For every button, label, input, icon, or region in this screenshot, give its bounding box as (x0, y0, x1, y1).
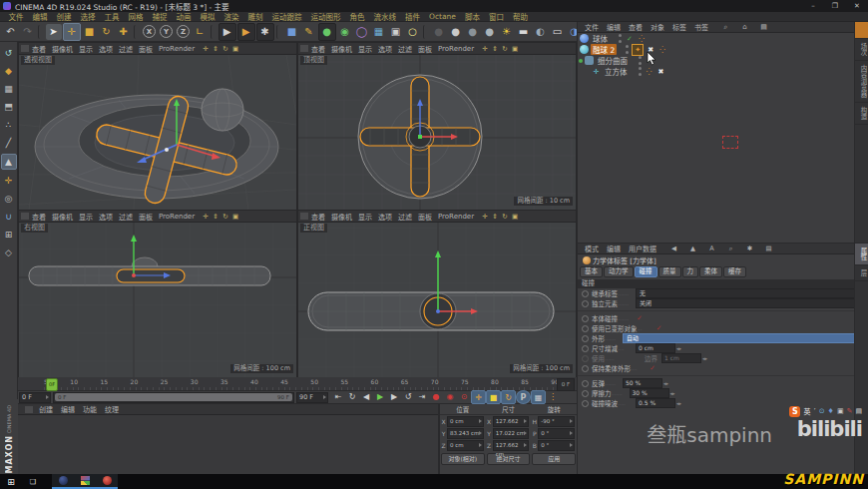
use-deformed-checkbox[interactable]: ✓ (656, 324, 662, 332)
viewport-grip[interactable] (300, 45, 308, 52)
menu-item[interactable]: 运动图形 (311, 11, 341, 22)
dynamics-body-tag-icon[interactable]: ✦ (632, 44, 644, 56)
close-button[interactable]: ✕ (846, 2, 868, 10)
menu-item[interactable]: 动画 (177, 11, 192, 22)
rotation-b-field[interactable]: 0 ° (538, 440, 575, 451)
zoom-icon[interactable]: ⇕ (490, 44, 500, 53)
viewport-menu-item[interactable]: ProRender (159, 213, 195, 221)
polygons-mode-icon[interactable]: ▲ (1, 154, 17, 170)
viewport-menu-item[interactable]: 查看 (32, 212, 46, 222)
font-icon[interactable]: A (706, 244, 717, 253)
viewport-canvas-front[interactable] (298, 223, 576, 377)
rotate-tool-icon[interactable]: ↻ (99, 24, 115, 40)
tab-mass[interactable]: 质量 (658, 266, 681, 277)
viewport-menu-item[interactable]: 摄像机 (52, 212, 73, 222)
viewport-menu-item[interactable]: 摄像机 (331, 44, 352, 54)
rotate-view-icon[interactable]: ↻ (500, 44, 510, 53)
zoom-icon[interactable]: ⇕ (211, 212, 220, 221)
size-increment-field[interactable]: 0 cm (636, 343, 675, 353)
start-button[interactable]: ⊞ (0, 474, 22, 489)
viewport-menu-item[interactable]: 摄像机 (52, 44, 73, 54)
ime-emoji-icon[interactable]: ⊙ (819, 407, 825, 415)
anim-toggle-icon[interactable] (582, 365, 589, 372)
collision-noise-field[interactable]: 0.5 % (636, 398, 675, 408)
phong-tag-icon[interactable]: ⁛ (657, 45, 667, 55)
viewport-solo-icon[interactable]: ◎ (2, 192, 16, 206)
end-frame-field[interactable]: 90 F (296, 392, 328, 403)
goto-start-icon[interactable]: ⇤ (331, 390, 345, 402)
light-icon[interactable]: ○ (405, 24, 421, 40)
object-menu-item[interactable]: 查看 (629, 22, 643, 32)
individual-elements-dropdown[interactable]: 关闭 (636, 298, 862, 308)
attribute-menu-item[interactable]: 用户数据 (629, 244, 656, 253)
last-used-tool-icon[interactable]: ✚ (116, 24, 132, 40)
menu-item[interactable]: 角色 (350, 11, 365, 22)
floor-object-icon[interactable]: ▬ (516, 24, 532, 40)
taskbar-app-recorder[interactable] (96, 474, 118, 489)
section-header[interactable]: 碰撞 (578, 279, 868, 288)
stage-object-icon[interactable]: ▭ (550, 24, 566, 40)
current-frame-field[interactable]: 0 F (19, 392, 51, 403)
goto-end-icon[interactable]: ⇥ (415, 390, 429, 402)
object-row-child[interactable]: ✛ 立方体 ⁛ ✖ (578, 66, 855, 77)
menu-item[interactable]: 网格 (129, 11, 144, 22)
size-mode-dropdown[interactable]: 绝对尺寸 (487, 453, 531, 465)
make-editable-icon[interactable]: ↺ (2, 46, 16, 60)
key-position-icon[interactable]: ✛ (471, 390, 486, 404)
coordinate-system-icon[interactable]: ∟ (193, 24, 209, 40)
anim-toggle-icon[interactable] (582, 300, 589, 307)
phong-tag-icon[interactable]: ⁛ (645, 67, 654, 77)
viewport-menu-item[interactable]: 显示 (358, 212, 372, 222)
viewport-menu-item[interactable]: ProRender (438, 45, 474, 53)
position-y-field[interactable]: 83.243 cm (447, 428, 484, 439)
ime-skin-icon[interactable]: ♦ (828, 407, 834, 415)
object-row[interactable]: 球体 ✓ ⁛ (578, 33, 855, 44)
viewport-grip[interactable] (21, 213, 29, 220)
cycle-icon[interactable]: ↺ (401, 390, 415, 402)
rotate-view-icon[interactable]: ↻ (220, 212, 230, 221)
viewport-menu-item[interactable]: 选项 (99, 44, 113, 54)
viewport-menu-item[interactable]: 过滤 (119, 212, 133, 222)
menu-item[interactable]: 窗口 (489, 11, 504, 22)
shading-constant-icon[interactable]: ● (465, 24, 481, 40)
toggle-view-icon[interactable]: ▣ (230, 44, 240, 53)
material-menu-item[interactable]: 编辑 (61, 404, 75, 414)
search-icon[interactable]: ⌕ (725, 244, 736, 253)
enabled-dot[interactable] (579, 59, 583, 63)
visibility-toggles[interactable] (638, 67, 643, 76)
viewport-menu-item[interactable]: 查看 (32, 44, 46, 54)
ime-pen-icon[interactable]: ✎ (847, 407, 853, 415)
enable-snap-icon[interactable]: ∪ (2, 210, 16, 224)
menu-item[interactable]: 渲染 (224, 11, 239, 22)
key-parameter-icon[interactable]: P (516, 390, 531, 404)
tab-collision[interactable]: 碰撞 (635, 266, 657, 277)
sun-light-icon[interactable]: ☀ (499, 24, 515, 40)
maximize-button[interactable]: ❐ (824, 2, 846, 10)
viewport-menu-item[interactable]: 查看 (311, 212, 325, 222)
render-settings-icon[interactable]: ✱ (256, 23, 274, 41)
size-y-field[interactable]: 17.022 cm (493, 428, 530, 439)
tab-force[interactable]: 力 (682, 266, 699, 277)
taskbar-app-browser[interactable] (52, 474, 74, 489)
previous-frame-icon[interactable]: ◀ (359, 390, 373, 402)
visibility-toggles[interactable] (625, 45, 630, 54)
object-row[interactable]: 细分曲面 ✓ (578, 55, 855, 66)
ime-mode-label[interactable]: 英 (803, 406, 810, 416)
position-z-field[interactable]: 0 cm (447, 440, 484, 451)
viewport-menu-item[interactable]: ProRender (438, 213, 474, 221)
viewport-menu-item[interactable]: 过滤 (119, 44, 133, 54)
pin-icon[interactable]: ▲ (687, 244, 698, 253)
scale-tool-icon[interactable]: ■ (82, 24, 98, 40)
mograph-icon[interactable]: ▦ (371, 24, 387, 40)
shape-dropdown[interactable]: 自动 (623, 333, 862, 343)
redo-icon[interactable]: ↷ (20, 24, 36, 40)
anim-toggle-icon[interactable] (582, 325, 589, 332)
timeline-ruler[interactable]: 51015202530354045505560657075808590 0F 0… (18, 377, 577, 391)
shading-quick-icon[interactable]: ● (448, 24, 464, 40)
rotation-p-field[interactable]: 0 ° (538, 428, 575, 439)
spline-pen-icon[interactable]: ✎ (301, 24, 317, 40)
keep-soft-shape-checkbox[interactable]: ✓ (650, 364, 655, 372)
viewport-canvas-perspective[interactable] (19, 55, 296, 210)
phong-tag-icon[interactable]: ⁛ (637, 34, 647, 44)
toggle-view-icon[interactable]: ▣ (510, 44, 520, 53)
